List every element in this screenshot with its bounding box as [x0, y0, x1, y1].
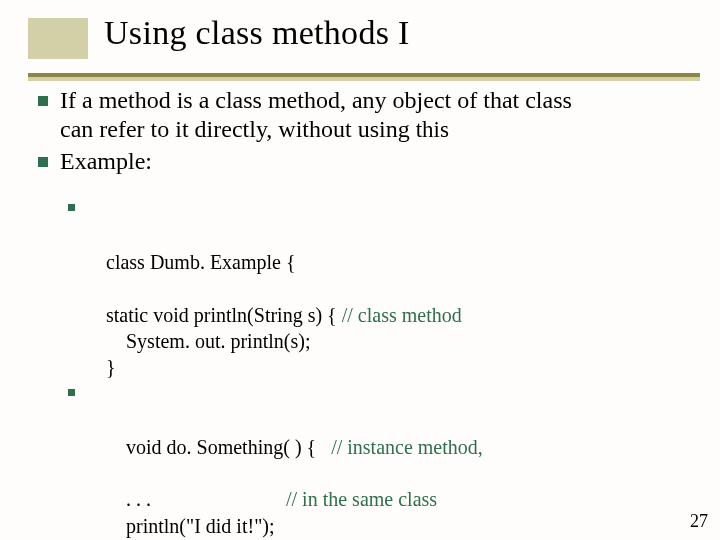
square-bullet-icon [68, 204, 75, 211]
code-line-1: static void println(String s) { // class… [86, 302, 692, 328]
code-line-5: . . . // in the same class [86, 486, 692, 512]
code-line-4: void do. Something( ) { // instance meth… [86, 381, 692, 487]
code-l5-pre: . . . [86, 488, 286, 510]
keyword-this: this [416, 117, 449, 142]
code-line-6: println("I did it!"); [86, 513, 692, 539]
code-l4-pre: void do. Something( ) { [106, 436, 331, 458]
page-title: Using class methods I [104, 14, 410, 52]
code-l1-comment: // class method [342, 304, 462, 326]
title-accent-box [28, 18, 88, 59]
code-block: class Dumb. Example { static void printl… [86, 196, 692, 540]
code-l4-comment: // instance method, [331, 436, 483, 458]
code-l5-comment: // in the same class [286, 488, 437, 510]
square-bullet-icon [38, 96, 48, 106]
code-line-0: class Dumb. Example { [86, 196, 692, 302]
square-bullet-icon [68, 389, 75, 396]
bullet-0-line-a: If a method is a class method, any objec… [60, 87, 572, 113]
title-underline-light [28, 77, 700, 81]
content-area: If a method is a class method, any objec… [38, 86, 696, 178]
bullet-item-0: If a method is a class method, any objec… [38, 86, 696, 145]
bullet-0-line-b: can refer to it directly, without using [60, 116, 416, 142]
code-line-2: System. out. println(s); [86, 328, 692, 354]
code-line-3: } [86, 354, 692, 380]
bullet-text-0: If a method is a class method, any objec… [60, 86, 572, 145]
bullet-text-1: Example: [60, 147, 152, 176]
bullet-item-1: Example: [38, 147, 696, 176]
code-l0: class Dumb. Example { [106, 251, 296, 273]
code-l1-pre: static void println(String s) { [86, 304, 342, 326]
page-number: 27 [690, 511, 708, 532]
square-bullet-icon [38, 157, 48, 167]
